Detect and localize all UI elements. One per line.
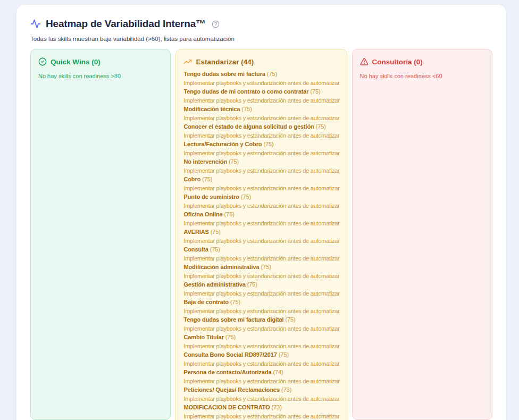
skill-item: Gestión administrativa (75) Implementar … xyxy=(183,280,339,298)
skill-readiness-score: (75) xyxy=(211,229,221,235)
skill-item: MODIFICACION DE CONTRATO (73) Implementa… xyxy=(183,403,339,420)
skill-name: Oficina Online (75) xyxy=(183,210,339,219)
skill-recommendation: Implementar playbooks y estandarización … xyxy=(183,394,339,404)
skill-name: Cobro (75) xyxy=(183,175,339,184)
skill-recommendation: Implementar playbooks y estandarización … xyxy=(183,237,339,246)
trending-up-icon xyxy=(183,57,192,66)
skill-recommendation: Implementar playbooks y estandarización … xyxy=(183,359,339,368)
skill-recommendation: Implementar playbooks y estandarización … xyxy=(183,114,339,123)
skill-item: Cobro (75) Implementar playbooks y estan… xyxy=(183,175,339,192)
skill-name: Peticiones/ Quejas/ Reclamaciones (73) xyxy=(183,385,339,394)
skill-item: Punto de suministro (75) Implementar pla… xyxy=(183,192,339,210)
skill-readiness-score: (75) xyxy=(210,246,220,253)
skill-recommendation: Implementar playbooks y estandarización … xyxy=(183,201,339,211)
skill-recommendation: Implementar playbooks y estandarización … xyxy=(183,377,339,386)
estandarizar-column: Estandarizar (44) Tengo dudas sobre mi f… xyxy=(175,49,347,420)
skill-readiness-score: (75) xyxy=(202,176,212,182)
skill-readiness-score: (74) xyxy=(273,369,283,375)
skill-item: Lectura/Facturación y Cobro (75) Impleme… xyxy=(183,140,339,157)
skill-recommendation: Implementar playbooks y estandarización … xyxy=(183,412,339,420)
skill-name: Tengo dudas sobre mi factura (75) xyxy=(183,70,339,79)
skill-name: Conocer el estado de alguna solicitud o … xyxy=(183,122,339,131)
skill-recommendation: Implementar playbooks y estandarización … xyxy=(183,149,339,158)
skill-item: Peticiones/ Quejas/ Reclamaciones (73) I… xyxy=(183,385,339,403)
skill-recommendation: Implementar playbooks y estandarización … xyxy=(183,272,339,281)
skill-recommendation: Implementar playbooks y estandarización … xyxy=(183,96,339,105)
skill-name: Persona de contacto/Autorizada (74) xyxy=(183,368,339,377)
skill-readiness-score: (75) xyxy=(229,158,239,165)
skill-name: Consulta Bono Social RD897/2017 (75) xyxy=(183,350,339,359)
skill-name: Cambio Titular (75) xyxy=(183,333,339,342)
skill-name: Lectura/Facturación y Cobro (75) xyxy=(183,140,339,149)
consultoria-title: Consultoría (0) xyxy=(372,58,423,66)
quick-wins-header: Quick Wins (0) xyxy=(38,56,163,66)
page-title: Heatmap de Variabilidad Interna™ xyxy=(46,18,206,30)
skill-recommendation: Implementar playbooks y estandarización … xyxy=(183,254,339,263)
header: Heatmap de Variabilidad Interna™ xyxy=(30,18,492,30)
skill-item: Persona de contacto/Autorizada (74) Impl… xyxy=(183,368,339,385)
consultoria-column: Consultoría (0) No hay skills con readin… xyxy=(352,49,492,420)
skill-name: Baja de contrato (75) xyxy=(183,298,339,307)
consultoria-header: Consultoría (0) xyxy=(359,56,485,66)
skill-readiness-score: (75) xyxy=(242,106,252,112)
skill-name: Modificación técnica (75) xyxy=(183,105,339,114)
skill-recommendation: Implementar playbooks y estandarización … xyxy=(183,184,339,193)
skill-readiness-score: (73) xyxy=(272,404,282,410)
skill-item: Oficina Online (75) Implementar playbook… xyxy=(183,210,339,228)
activity-pulse-icon xyxy=(30,19,41,29)
consultoria-empty-message: No hay skills con readiness <60 xyxy=(359,73,485,79)
skill-name: Consulta (75) xyxy=(183,245,339,254)
skill-readiness-score: (75) xyxy=(279,351,289,358)
skill-recommendation: Implementar playbooks y estandarización … xyxy=(183,219,339,228)
skill-item: Consulta Bono Social RD897/2017 (75) Imp… xyxy=(183,350,339,368)
quick-wins-empty-message: No hay skills con readiness >80 xyxy=(38,73,163,79)
skill-recommendation: Implementar playbooks y estandarización … xyxy=(183,324,339,333)
quick-wins-title: Quick Wins (0) xyxy=(51,58,101,66)
skill-item: Tengo dudas sobre mi factura digital (75… xyxy=(183,315,339,333)
skill-item: Tengo dudas sobre mi factura (75) Implem… xyxy=(183,70,339,87)
heatmap-card: Heatmap de Variabilidad Interna™ Todas l… xyxy=(16,4,507,420)
skill-item: AVERIAS (75) Implementar playbooks y est… xyxy=(183,228,339,245)
skill-recommendation: Implementar playbooks y estandarización … xyxy=(183,342,339,351)
skill-item: Conocer el estado de alguna solicitud o … xyxy=(183,122,339,140)
skill-readiness-score: (75) xyxy=(267,71,277,77)
help-button[interactable] xyxy=(212,20,220,28)
estandarizar-list: Tengo dudas sobre mi factura (75) Implem… xyxy=(183,70,339,420)
skill-name: AVERIAS (75) xyxy=(183,228,339,237)
skill-readiness-score: (75) xyxy=(230,299,240,305)
quick-wins-column: Quick Wins (0) No hay skills con readine… xyxy=(30,49,171,420)
skill-name: Tengo dudas de mi contrato o como contra… xyxy=(183,87,339,96)
skill-item: Cambio Titular (75) Implementar playbook… xyxy=(183,333,339,350)
subtitle: Todas las skills muestran baja variabili… xyxy=(30,36,492,42)
skill-item: Tengo dudas de mi contrato o como contra… xyxy=(183,87,339,105)
skill-name: MODIFICACION DE CONTRATO (73) xyxy=(183,403,339,412)
estandarizar-title: Estandarizar (44) xyxy=(196,58,254,66)
skill-item: No intervención (75) Implementar playboo… xyxy=(183,157,339,175)
alert-triangle-icon xyxy=(360,57,369,66)
skill-readiness-score: (75) xyxy=(241,194,251,200)
skill-readiness-score: (75) xyxy=(224,211,235,217)
skill-recommendation: Implementar playbooks y estandarización … xyxy=(183,166,339,175)
heatmap-columns: Quick Wins (0) No hay skills con readine… xyxy=(30,49,492,420)
skill-name: Punto de suministro (75) xyxy=(183,192,339,201)
skill-readiness-score: (75) xyxy=(263,141,273,147)
skill-recommendation: Implementar playbooks y estandarización … xyxy=(183,131,339,140)
skill-name: No intervención (75) xyxy=(183,157,339,166)
skill-item: Consulta (75) Implementar playbooks y es… xyxy=(183,245,339,263)
skill-recommendation: Implementar playbooks y estandarización … xyxy=(183,289,339,298)
skill-readiness-score: (75) xyxy=(286,316,296,323)
skill-item: Baja de contrato (75) Implementar playbo… xyxy=(183,298,339,315)
skill-item: Modificación técnica (75) Implementar pl… xyxy=(183,105,339,122)
skill-recommendation: Implementar playbooks y estandarización … xyxy=(183,79,339,88)
skill-readiness-score: (75) xyxy=(316,123,326,130)
check-circle-icon xyxy=(38,57,47,66)
skill-readiness-score: (75) xyxy=(310,88,320,95)
skill-readiness-score: (75) xyxy=(261,264,271,270)
skill-readiness-score: (73) xyxy=(281,387,291,393)
estandarizar-header: Estandarizar (44) xyxy=(183,56,339,66)
skill-name: Modificación administrativa (75) xyxy=(183,263,339,272)
skill-recommendation: Implementar playbooks y estandarización … xyxy=(183,307,339,316)
help-circle-icon xyxy=(212,20,220,28)
skill-name: Gestión administrativa (75) xyxy=(183,280,339,289)
skill-item: Modificación administrativa (75) Impleme… xyxy=(183,263,339,280)
